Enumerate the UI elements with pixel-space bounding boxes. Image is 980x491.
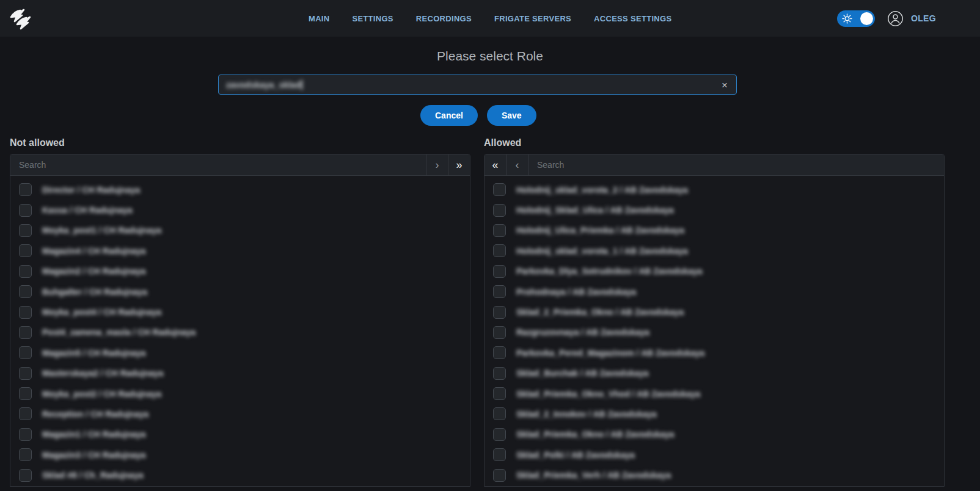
user-avatar-icon[interactable] — [887, 10, 904, 27]
camera-checkbox[interactable] — [493, 367, 506, 380]
camera-item[interactable]: Sklad_Priemka_Okno_Vhod / AB Zavodskaya — [485, 384, 944, 404]
camera-checkbox[interactable] — [19, 306, 32, 319]
camera-item[interactable]: Holodnij_sklad_vorota_2 / AB Zavodskaya — [485, 180, 944, 200]
camera-checkbox[interactable] — [493, 407, 506, 420]
clear-input-icon[interactable]: × — [719, 75, 730, 95]
camera-checkbox[interactable] — [19, 469, 32, 482]
camera-checkbox[interactable] — [19, 387, 32, 400]
camera-checkbox[interactable] — [19, 407, 32, 420]
camera-checkbox[interactable] — [493, 428, 506, 441]
camera-checkbox[interactable] — [493, 285, 506, 298]
camera-item[interactable]: Prohodnaya / AB Zavodskaya — [485, 282, 944, 302]
camera-item[interactable]: Magazin5 / CH Radujnaya — [10, 343, 470, 363]
move-selected-left-button[interactable]: ‹ — [506, 155, 528, 176]
camera-item[interactable]: Sklad_2_Innokov / AB Zavodskaya — [485, 404, 944, 424]
camera-checkbox[interactable] — [19, 224, 32, 237]
camera-checkbox[interactable] — [493, 387, 506, 400]
camera-checkbox[interactable] — [19, 346, 32, 359]
camera-item[interactable]: Magazin1 / CH Radujnaya — [10, 424, 470, 445]
camera-item[interactable]: Moyka_post1 / CH Radujnaya — [10, 220, 470, 241]
camera-checkbox[interactable] — [19, 448, 32, 461]
camera-item[interactable]: Razgruzovnaya / AB Zavodskaya — [485, 322, 944, 343]
camera-checkbox[interactable] — [493, 224, 506, 237]
nav-right-group: OLEG — [837, 0, 936, 37]
camera-item[interactable]: Sklad_Polki / AB Zavodskaya — [485, 445, 944, 465]
allowed-list: Holodnij_sklad_vorota_2 / AB Zavodskaya … — [485, 176, 944, 486]
camera-checkbox[interactable] — [19, 183, 32, 196]
camera-item[interactable]: Parkovka_Dlya_Sotrudnikov / AB Zavodskay… — [485, 261, 944, 282]
nav-link[interactable]: RECORDINGS — [416, 14, 472, 23]
camera-item[interactable]: Magazin3 / CH Radujnaya — [10, 445, 470, 465]
camera-item[interactable]: Holodnij_Ulica_Priemka / AB Zavodskaya — [485, 220, 944, 241]
nav-link[interactable]: SETTINGS — [352, 14, 393, 23]
text-caret — [301, 80, 302, 90]
allowed-search-input[interactable] — [528, 155, 944, 175]
camera-item[interactable]: Holodnij_Sklad_Ulica / AB Zavodskaya — [485, 200, 944, 220]
nav-link[interactable]: FRIGATE SERVERS — [494, 14, 571, 23]
camera-label: Moyka_post2 / CH Radujnaya — [42, 389, 161, 399]
camera-label: Post4_zamena_masla / CH Radujnaya — [42, 327, 196, 337]
camera-label: Prohodnaya / AB Zavodskaya — [516, 287, 636, 297]
camera-checkbox[interactable] — [493, 469, 506, 482]
camera-label: Sklad_Priemka_Okno / AB Zavodskaya — [516, 429, 675, 439]
camera-checkbox[interactable] — [19, 285, 32, 298]
camera-item[interactable]: Masterskaya2 / CH Radujnaya — [10, 363, 470, 384]
camera-label: Magazin4 / CH Radujnaya — [42, 246, 146, 256]
move-all-right-button[interactable]: » — [448, 155, 470, 176]
camera-checkbox[interactable] — [493, 244, 506, 257]
camera-checkbox[interactable] — [19, 244, 32, 257]
camera-checkbox[interactable] — [19, 428, 32, 441]
camera-item[interactable]: Sklad #8 / Ch_Radujnaya — [10, 465, 470, 485]
camera-item[interactable]: Parkovka_Pered_Magazinom / AB Zavodskaya — [485, 343, 944, 363]
camera-item[interactable]: Sklad_Priemka_Verh / AB Zavodskaya — [485, 465, 944, 485]
camera-checkbox[interactable] — [493, 204, 506, 217]
nav-link[interactable]: ACCESS SETTINGS — [594, 14, 671, 23]
camera-item[interactable]: Kassa / CH Radujnaya — [10, 200, 470, 220]
frigate-birds-logo[interactable] — [7, 4, 37, 33]
form-actions: Cancel Save — [420, 105, 536, 126]
camera-item[interactable]: Sklad_Burchak / AB Zavodskaya — [485, 363, 944, 384]
allowed-search-row: « ‹ — [485, 155, 944, 176]
toggle-knob[interactable] — [860, 12, 873, 25]
move-all-left-button[interactable]: « — [485, 155, 506, 176]
camera-item[interactable]: Buhgalter / CH Radujnaya — [10, 282, 470, 302]
allowed-header: Allowed — [484, 137, 521, 148]
camera-label: Holodnij_Sklad_Ulica / AB Zavodskaya — [516, 205, 674, 215]
camera-item[interactable]: Magazin4 / CH Radujnaya — [10, 241, 470, 261]
camera-item[interactable]: Post4_zamena_masla / CH Radujnaya — [10, 322, 470, 343]
camera-checkbox[interactable] — [493, 346, 506, 359]
username-label[interactable]: OLEG — [911, 13, 936, 23]
camera-checkbox[interactable] — [19, 204, 32, 217]
camera-item[interactable]: Holodnij_sklad_vorota_1 / AB Zavodskaya — [485, 241, 944, 261]
camera-checkbox[interactable] — [493, 265, 506, 278]
camera-item[interactable]: Moyka_post4 / CH Radujnaya — [10, 302, 470, 322]
camera-checkbox[interactable] — [19, 326, 32, 339]
camera-item[interactable]: Magazin2 / CH Radujnaya — [10, 261, 470, 282]
camera-label: Magazin1 / CH Radujnaya — [42, 429, 146, 439]
save-button[interactable]: Save — [487, 105, 536, 126]
move-selected-right-button[interactable]: › — [426, 155, 448, 176]
camera-item[interactable]: Sklad_2_Priemka_Okno / AB Zavodskaya — [485, 302, 944, 322]
camera-label: Director / CH Radujnaya — [42, 185, 140, 195]
not-allowed-search-row: › » — [10, 155, 470, 176]
camera-checkbox[interactable] — [493, 326, 506, 339]
camera-checkbox[interactable] — [493, 306, 506, 319]
camera-label: Sklad_2_Priemka_Okno / AB Zavodskaya — [516, 307, 684, 317]
camera-item[interactable]: Reception / CH Radujnaya — [10, 404, 470, 424]
camera-item[interactable]: Director / CH Radujnaya — [10, 180, 470, 200]
camera-item[interactable]: Sklad_Priemka_Okno / AB Zavodskaya — [485, 424, 944, 445]
camera-checkbox[interactable] — [493, 183, 506, 196]
main-menu: MAIN SETTINGS RECORDINGS FRIGATE SERVERS… — [309, 0, 671, 37]
camera-label: Reception / CH Radujnaya — [42, 409, 148, 419]
cancel-button[interactable]: Cancel — [420, 105, 478, 126]
camera-checkbox[interactable] — [493, 448, 506, 461]
user-menu[interactable]: OLEG — [887, 10, 936, 27]
camera-checkbox[interactable] — [19, 367, 32, 380]
role-name-input[interactable]: zavodskaya_sklad × — [218, 75, 737, 95]
camera-item[interactable]: Moyka_post2 / CH Radujnaya — [10, 384, 470, 404]
camera-checkbox[interactable] — [19, 265, 32, 278]
camera-label: Buhgalter / CH Radujnaya — [42, 287, 147, 297]
not-allowed-search-input[interactable] — [10, 155, 426, 175]
theme-toggle[interactable] — [837, 10, 875, 27]
nav-link[interactable]: MAIN — [309, 14, 329, 23]
